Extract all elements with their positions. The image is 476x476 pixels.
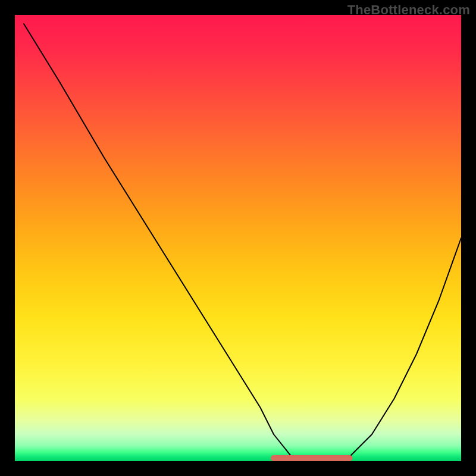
watermark-text: TheBottleneck.com [347, 2, 470, 18]
curve-svg [15, 15, 461, 461]
chart-frame: TheBottleneck.com [0, 0, 476, 476]
bottleneck-curve-line [24, 24, 461, 461]
plot-area [15, 15, 461, 461]
